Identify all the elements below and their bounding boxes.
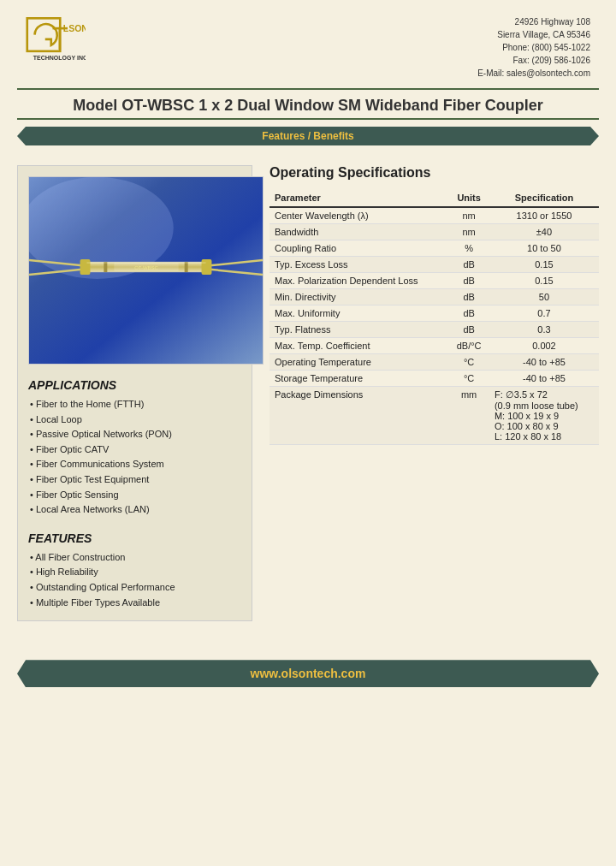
address-line2: Sierra Village, CA 95346	[477, 28, 590, 41]
applications-title: APPLICATIONS	[28, 378, 241, 392]
cell-spec: 0.15	[489, 257, 599, 273]
fiber-image-svg: OT-WBSC	[29, 176, 263, 365]
table-row: Operating Temperature°C-40 to +85	[270, 354, 599, 371]
product-title: Model OT-WBSC 1 x 2 Dual Window SM Wideb…	[43, 97, 573, 115]
list-item: Local Area Networks (LAN)	[28, 502, 241, 518]
col-header-parameter: Parameter	[270, 189, 448, 207]
cell-parameter: Bandwidth	[270, 224, 448, 240]
footer: www.olsontech.com	[17, 660, 599, 687]
cell-parameter: Center Wavelength (λ)	[270, 207, 448, 224]
cell-parameter: Coupling Ratio	[270, 240, 448, 257]
cell-spec: -40 to +85	[489, 371, 599, 387]
page-wrapper: LSON TECHNOLOGY INC. 24926 Highway 108 S…	[0, 0, 616, 866]
table-row: Max. UniformitydB0.7	[270, 305, 599, 322]
cell-units: °C	[448, 371, 489, 387]
cell-spec: 0.15	[489, 273, 599, 289]
list-item: Multiple Fiber Types Available	[28, 596, 241, 611]
cell-parameter: Typ. Excess Loss	[270, 257, 448, 273]
table-row: Coupling Ratio%10 to 50	[270, 240, 599, 257]
cell-parameter: Package Dimensions	[270, 387, 448, 445]
cell-parameter: Max. Uniformity	[270, 305, 448, 322]
main-content: OT-WBSC APPLICATIONS Fiber to the Home (…	[0, 152, 616, 643]
applications-list: Fiber to the Home (FTTH) Local Loop Pass…	[28, 397, 241, 518]
header: LSON TECHNOLOGY INC. 24926 Highway 108 S…	[0, 0, 616, 88]
logo-area: LSON TECHNOLOGY INC.	[26, 15, 86, 67]
list-item: All Fiber Construction	[28, 550, 241, 566]
table-row: Typ. Excess LossdB0.15	[270, 257, 599, 273]
fax: Fax: (209) 586-1026	[477, 54, 590, 67]
title-section: Model OT-WBSC 1 x 2 Dual Window SM Wideb…	[17, 88, 599, 120]
list-item: Outstanding Optical Performance	[28, 580, 241, 596]
svg-text:OT-WBSC: OT-WBSC	[134, 265, 158, 270]
cell-units: dB/°C	[448, 338, 489, 354]
list-item: Fiber Optic Test Equipment	[28, 472, 241, 488]
cell-spec: 0.7	[489, 305, 599, 322]
cell-spec: 0.3	[489, 322, 599, 338]
table-row: Max. Polarization Dependent LossdB0.15	[270, 273, 599, 289]
table-row: Package DimensionsmmF: ∅3.5 x 72(0.9 mm …	[270, 387, 599, 445]
cell-units: dB	[448, 305, 489, 322]
banner-label: Features / Benefits	[262, 130, 353, 142]
list-item: High Reliability	[28, 565, 241, 580]
list-item: Fiber Optic Sensing	[28, 488, 241, 503]
cell-spec: 50	[489, 289, 599, 305]
svg-text:LSON: LSON	[63, 23, 86, 33]
cell-units: dB	[448, 289, 489, 305]
website-url[interactable]: www.olsontech.com	[251, 667, 366, 680]
svg-text:TECHNOLOGY INC.: TECHNOLOGY INC.	[33, 55, 86, 61]
cell-parameter: Typ. Flatness	[270, 322, 448, 338]
cell-parameter: Max. Temp. Coefficient	[270, 338, 448, 354]
table-row: Max. Temp. CoefficientdB/°C0.002	[270, 338, 599, 354]
list-item: Fiber Communications System	[28, 457, 241, 472]
cell-spec: F: ∅3.5 x 72(0.9 mm loose tube)M: 100 x …	[489, 387, 599, 445]
cell-units: nm	[448, 207, 489, 224]
col-header-units: Units	[448, 189, 489, 207]
table-row: Storage Temperature°C-40 to +85	[270, 371, 599, 387]
cell-units: mm	[448, 387, 489, 445]
specs-table: Parameter Units Specification Center Wav…	[270, 189, 599, 445]
right-column: Operating Specifications Parameter Units…	[270, 165, 599, 630]
cell-spec: 10 to 50	[489, 240, 599, 257]
cell-parameter: Max. Polarization Dependent Loss	[270, 273, 448, 289]
list-item: Local Loop	[28, 412, 241, 428]
col-header-spec: Specification	[489, 189, 599, 207]
product-image: OT-WBSC	[28, 176, 264, 365]
svg-rect-14	[104, 262, 107, 272]
features-banner: Features / Benefits	[17, 127, 599, 145]
features-title: FEATURES	[28, 531, 241, 545]
svg-rect-12	[80, 259, 91, 275]
applications-section: APPLICATIONS Fiber to the Home (FTTH) Lo…	[28, 378, 241, 518]
cell-parameter: Min. Directivity	[270, 289, 448, 305]
cell-parameter: Operating Temperature	[270, 354, 448, 371]
table-row: Center Wavelength (λ)nm1310 or 1550	[270, 207, 599, 224]
list-item: Passive Optical Networks (PON)	[28, 427, 241, 442]
list-item: Fiber Optic CATV	[28, 442, 241, 458]
features-section: FEATURES All Fiber Construction High Rel…	[28, 531, 241, 610]
specs-title: Operating Specifications	[270, 165, 599, 181]
cell-spec: 0.002	[489, 338, 599, 354]
phone: Phone: (800) 545-1022	[477, 41, 590, 54]
features-list: All Fiber Construction High Reliability …	[28, 550, 241, 610]
list-item: Fiber to the Home (FTTH)	[28, 397, 241, 412]
cell-units: dB	[448, 273, 489, 289]
svg-rect-15	[185, 262, 188, 272]
cell-spec: -40 to +85	[489, 354, 599, 371]
cell-parameter: Storage Temperature	[270, 371, 448, 387]
left-column: OT-WBSC APPLICATIONS Fiber to the Home (…	[17, 165, 252, 630]
cell-units: dB	[448, 257, 489, 273]
cell-spec: 1310 or 1550	[489, 207, 599, 224]
table-header-row: Parameter Units Specification	[270, 189, 599, 207]
cell-spec: ±40	[489, 224, 599, 240]
table-row: Typ. FlatnessdB0.3	[270, 322, 599, 338]
table-row: Min. DirectivitydB50	[270, 289, 599, 305]
cell-units: °C	[448, 354, 489, 371]
left-bg-area: OT-WBSC APPLICATIONS Fiber to the Home (…	[17, 165, 252, 621]
contact-info: 24926 Highway 108 Sierra Village, CA 953…	[477, 15, 590, 80]
company-logo: LSON TECHNOLOGY INC.	[26, 15, 86, 67]
cell-units: %	[448, 240, 489, 257]
cell-units: nm	[448, 224, 489, 240]
table-row: Bandwidthnm±40	[270, 224, 599, 240]
svg-rect-1	[59, 27, 62, 50]
svg-rect-13	[202, 259, 212, 275]
cell-units: dB	[448, 322, 489, 338]
